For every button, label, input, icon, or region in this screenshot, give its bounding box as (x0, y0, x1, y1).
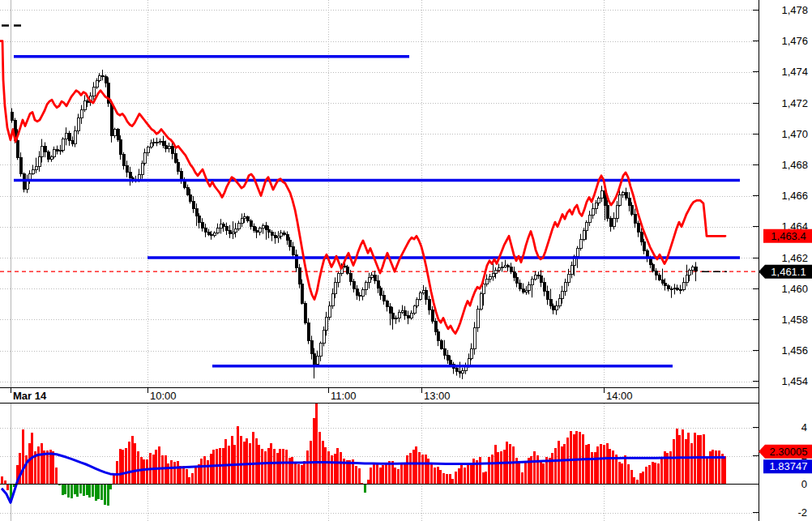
time-label: 11:00 (331, 390, 357, 402)
price-marker-dashes (2, 26, 727, 272)
ma-value-tag-text: 1.83747 (770, 460, 808, 472)
price-tick-label: 1,474 (781, 66, 808, 78)
trading-chart-window: 1,4781,4761,4741,4721,4701,4681,4661,464… (0, 0, 812, 521)
volume-tick-label: -2 (797, 506, 807, 519)
time-label: 10:00 (150, 390, 177, 402)
histogram-value-tag-text: 2.30005 (770, 446, 808, 458)
time-label: 13:00 (424, 390, 451, 402)
volume-tick-label: 0 (801, 478, 807, 490)
chart-frame (0, 0, 759, 521)
overlay-price-tag-text: 1,463.4 (771, 230, 806, 242)
time-label: 14:00 (606, 390, 633, 402)
price-tick-label: 1,454 (781, 375, 808, 387)
price-tick-label: 1,458 (781, 314, 808, 326)
time-label: Mar 14 (13, 390, 47, 402)
time-axis[interactable]: Mar 1410:0011:0013:0014:00 (11, 388, 633, 402)
price-tick-label: 1,456 (781, 344, 808, 357)
trading-chart[interactable]: 1,4781,4761,4741,4721,4701,4681,4661,464… (0, 0, 812, 521)
price-tick-label: 1,460 (781, 283, 808, 295)
price-tick-label: 1,476 (781, 35, 808, 47)
price-tick-label: 1,470 (781, 128, 808, 140)
price-tick-label: 1,462 (781, 252, 808, 264)
volume-histogram-series (1, 404, 725, 506)
last-price-tag-text: 1,461.1 (771, 266, 806, 278)
price-tick-label: 1,466 (781, 190, 808, 202)
price-tick-label: 1,468 (781, 159, 808, 171)
volume-tick-label: 4 (801, 421, 807, 433)
price-tick-label: 1,478 (781, 4, 808, 16)
grid-layer (0, 0, 759, 521)
price-axis[interactable]: 1,4781,4761,4741,4721,4701,4681,4661,464… (753, 4, 808, 387)
candlestick-series (11, 70, 697, 379)
price-tick-label: 1,472 (781, 97, 808, 109)
